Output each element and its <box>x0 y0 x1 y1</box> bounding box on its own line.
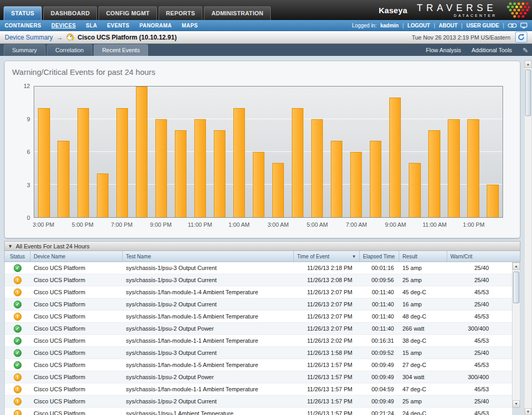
cell-warncrit: 45/53 <box>447 335 512 346</box>
x-tick-label: 1:00 PM <box>463 221 485 228</box>
flow-analysis-link[interactable]: Flow Analysis <box>426 47 461 53</box>
cell-result: 15 amp <box>399 347 447 359</box>
table-row[interactable]: !Cisco UCS Platformsys/chassis-1/fan-mod… <box>5 311 512 323</box>
col-time-of-event[interactable]: Time of Event ▼ <box>294 251 360 262</box>
cell-test: sys/chassis-1/psu-2 Output Power <box>123 371 294 383</box>
cell-device: Cisco UCS Platform <box>31 323 123 334</box>
table-row[interactable]: !Cisco UCS Platformsys/chassis-1/psu-3 O… <box>5 274 512 286</box>
x-tick-label: 11:00 PM <box>188 221 212 228</box>
status-ok-icon: ✓ <box>14 349 22 357</box>
scroll-down-button[interactable]: ▼ <box>513 400 520 408</box>
scrollbar-thumb[interactable] <box>513 272 519 303</box>
subnav-panorama[interactable]: PANORAMA <box>140 23 172 28</box>
x-tick-label: 9:00 PM <box>150 221 172 228</box>
subnav-sla[interactable]: SLA <box>86 23 97 28</box>
table-row[interactable]: !Cisco UCS Platformsys/chassis-1/psu-2 O… <box>5 371 512 383</box>
x-tick-label: 3:00 AM <box>268 221 289 228</box>
bar <box>350 152 362 217</box>
table-row[interactable]: ✓Cisco UCS Platformsys/chassis-1/fan-mod… <box>5 335 512 347</box>
page-scrollbar[interactable]: ▲ ▼ <box>524 60 532 415</box>
refresh-button[interactable] <box>515 32 527 43</box>
view-tabs-bar: Summary Correlation Recent Events Flow A… <box>0 44 532 56</box>
table-row[interactable]: ✓Cisco UCS Platformsys/chassis-1/psu-2 O… <box>5 298 512 311</box>
device-gauge-icon <box>66 33 75 41</box>
scroll-up-button[interactable]: ▲ <box>525 61 531 68</box>
table-row[interactable]: !Cisco UCS Platformsys/chassis-1/fan-mod… <box>5 286 512 298</box>
events-section-header[interactable]: ▼ All Events For Last 24 Hours <box>4 241 520 251</box>
cell-time: 11/26/13 2:07 PM <box>294 323 360 334</box>
col-device-name[interactable]: Device Name <box>31 251 123 262</box>
table-scrollbar[interactable]: ▲ ▼ <box>512 262 520 408</box>
edit-pencil-icon[interactable]: ✎ <box>523 47 528 53</box>
tab-correlation[interactable]: Correlation <box>47 44 92 56</box>
status-warning-icon: ! <box>14 373 22 381</box>
cell-time: 11/26/13 2:02 PM <box>294 335 360 346</box>
col-elapsed-time[interactable]: Elapsed Time <box>360 251 399 262</box>
chart-plot <box>34 86 503 218</box>
table-row[interactable]: ✓Cisco UCS Platformsys/chassis-1/psu-2 O… <box>5 323 512 335</box>
subnav-containers[interactable]: CONTAINERS <box>5 23 41 28</box>
subnav-events[interactable]: EVENTS <box>107 23 129 28</box>
additional-tools-link[interactable]: Additional Tools <box>471 47 512 53</box>
tab-status[interactable]: STATUS <box>4 6 42 20</box>
col-result[interactable]: Result <box>399 251 447 262</box>
chart-plot-wrap: 036912 3:00 PM5:00 PM7:00 PM9:00 PM11:00… <box>34 86 503 218</box>
scroll-down-button[interactable]: ▼ <box>525 408 531 415</box>
tab-recent-events[interactable]: Recent Events <box>94 44 149 56</box>
bar <box>97 173 109 217</box>
cell-time: 11/26/13 1:58 PM <box>294 347 360 359</box>
brand-area: Kaseya TRAVERSE DATACENTER <box>379 0 532 20</box>
bar-slot <box>249 86 269 217</box>
top-nav-bar: STATUS DASHBOARD CONFIG MGMT REPORTS ADM… <box>0 0 532 20</box>
subnav-maps[interactable]: MAPS <box>182 23 198 28</box>
bar-slot <box>73 86 93 217</box>
separator: | <box>434 23 435 28</box>
monitor-icon[interactable] <box>520 23 527 28</box>
bar <box>214 130 225 217</box>
tab-config-mgmt[interactable]: CONFIG MGMT <box>98 6 157 20</box>
table-row[interactable]: !Cisco UCS Platformsys/chassis-1/psu-1 A… <box>5 408 512 415</box>
tab-reports[interactable]: REPORTS <box>159 6 202 20</box>
subnav-devices[interactable]: DEVICES <box>51 23 76 28</box>
bar-slot <box>34 86 54 217</box>
collapse-arrow-icon[interactable]: ▼ <box>8 244 13 249</box>
col-warn-crit[interactable]: Warn/Crit <box>447 251 520 262</box>
bar <box>292 108 303 217</box>
bar-slot <box>327 86 347 217</box>
cell-status: ✓ <box>5 359 31 371</box>
bar-slot <box>347 86 366 217</box>
user-guide-link[interactable]: USER GUIDE <box>466 23 499 28</box>
cell-time: 11/26/13 2:18 PM <box>294 262 360 274</box>
tab-summary[interactable]: Summary <box>4 44 45 56</box>
table-row[interactable]: ✓Cisco UCS Platformsys/chassis-1/fan-mod… <box>5 359 512 371</box>
cell-elapsed: 00:16:31 <box>360 335 399 346</box>
top-nav-tabs: STATUS DASHBOARD CONFIG MGMT REPORTS ADM… <box>4 6 271 20</box>
logout-link[interactable]: LOGOUT <box>408 23 430 28</box>
server-timestamp: Tue Nov 26 2013 2:19 PM US/Eastern <box>412 34 510 41</box>
link-chain-icon[interactable] <box>508 23 517 28</box>
x-tick-label: 7:00 PM <box>111 221 133 228</box>
scrollbar-thumb[interactable] <box>525 70 531 116</box>
table-row[interactable]: ✓Cisco UCS Platformsys/chassis-1/psu-3 O… <box>5 347 512 359</box>
y-tick-label: 6 <box>27 149 30 155</box>
bar-slot <box>190 86 210 217</box>
cell-time: 11/26/13 1:57 PM <box>294 371 360 383</box>
status-ok-icon: ✓ <box>14 264 22 272</box>
cell-warncrit: 45/53 <box>447 359 512 371</box>
cell-result: 24 deg-C <box>399 408 447 415</box>
col-status[interactable]: Status <box>5 251 31 262</box>
cell-status: ! <box>5 408 31 415</box>
tab-dashboard[interactable]: DASHBOARD <box>43 6 97 20</box>
cell-elapsed: 00:09:49 <box>360 371 399 383</box>
cell-status: ! <box>5 286 31 298</box>
tab-administration[interactable]: ADMINISTRATION <box>204 6 271 20</box>
col-test-name[interactable]: Test Name <box>123 251 294 262</box>
status-ok-icon: ✓ <box>14 337 22 345</box>
status-ok-icon: ✓ <box>14 361 22 369</box>
table-row[interactable]: ✓Cisco UCS Platformsys/chassis-1/psu-3 O… <box>5 262 512 274</box>
table-row[interactable]: !Cisco UCS Platformsys/chassis-1/psu-2 O… <box>5 395 512 408</box>
table-row[interactable]: !Cisco UCS Platformsys/chassis-1/fan-mod… <box>5 383 512 395</box>
about-link[interactable]: ABOUT <box>439 23 458 28</box>
scroll-up-button[interactable]: ▲ <box>513 263 520 270</box>
breadcrumb-device-summary-link[interactable]: Device Summary <box>5 34 53 41</box>
